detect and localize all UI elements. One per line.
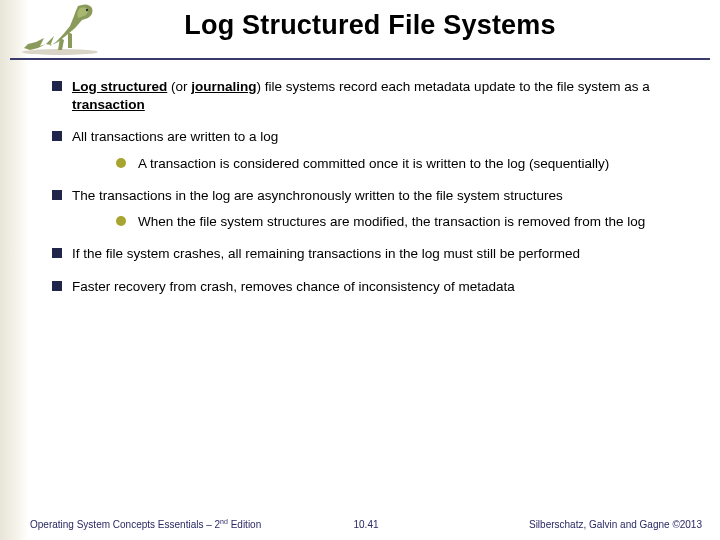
- slide-footer: Operating System Concepts Essentials – 2…: [30, 512, 702, 530]
- bullet-all-transactions: All transactions are written to a log A …: [52, 128, 692, 172]
- bullet-async-written: The transactions in the log are asynchro…: [52, 187, 692, 231]
- slide-header: Log Structured File Systems: [10, 0, 710, 60]
- bullet-text: The transactions in the log are asynchro…: [72, 188, 563, 203]
- subbullet-text: A transaction is considered committed on…: [138, 156, 609, 171]
- footer-authors: Silberschatz, Galvin and Gagne ©2013: [529, 519, 702, 530]
- bullet-crash: If the file system crashes, all remainin…: [52, 245, 692, 263]
- slide-title: Log Structured File Systems: [140, 10, 600, 41]
- term-transaction: transaction: [72, 97, 145, 112]
- svg-point-1: [86, 9, 88, 11]
- term-log-structured: Log structured: [72, 79, 167, 94]
- left-sidebar-texture: [0, 0, 28, 540]
- bullet-text: All transactions are written to a log: [72, 129, 278, 144]
- text-span: (or: [167, 79, 191, 94]
- bullet-log-structured: Log structured (or journaling) file syst…: [52, 78, 692, 114]
- bullet-text: Faster recovery from crash, removes chan…: [72, 279, 515, 294]
- subbullet-committed: A transaction is considered committed on…: [116, 155, 692, 173]
- bullet-faster-recovery: Faster recovery from crash, removes chan…: [52, 278, 692, 296]
- subbullet-text: When the file system structures are modi…: [138, 214, 645, 229]
- text-span: ) file systems record each metadata upda…: [257, 79, 650, 94]
- dinosaur-logo-icon: [10, 0, 110, 56]
- bullet-text: If the file system crashes, all remainin…: [72, 246, 580, 261]
- subbullet-removed: When the file system structures are modi…: [116, 213, 692, 231]
- slide-body: Log structured (or journaling) file syst…: [52, 78, 692, 310]
- term-journaling: journaling: [191, 79, 256, 94]
